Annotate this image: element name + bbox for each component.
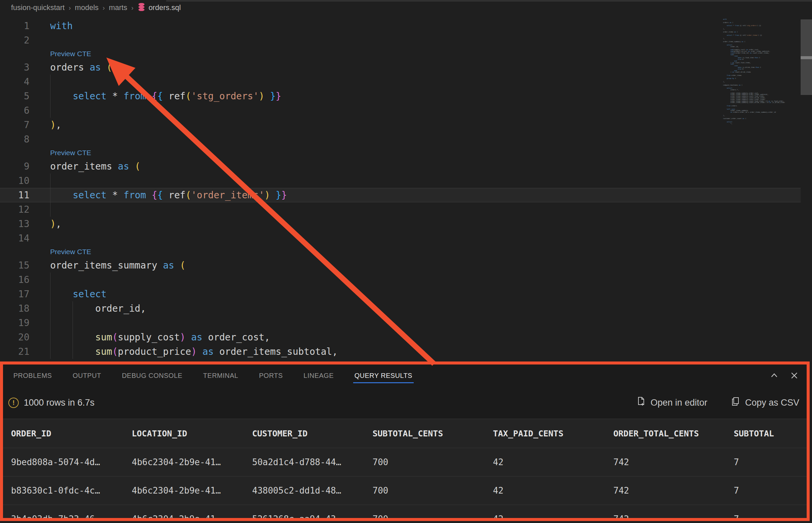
column-header: ORDER_ID bbox=[11, 429, 132, 438]
code-lens-row: Preview CTE bbox=[0, 246, 812, 258]
line-number: 13 bbox=[0, 217, 30, 231]
code-line[interactable]: 6 bbox=[0, 103, 812, 118]
line-number: 7 bbox=[0, 118, 30, 132]
warning-circle-icon: ! bbox=[8, 398, 19, 408]
code-text: order_items as ( bbox=[50, 159, 141, 174]
code-text: orders as ( bbox=[50, 60, 112, 75]
results-table: ORDER_IDLOCATION_IDCUSTOMER_IDSUBTOTAL_C… bbox=[3, 419, 807, 518]
action-label: Copy as CSV bbox=[745, 398, 799, 408]
query-results-panel: PROBLEMSOUTPUTDEBUG CONSOLETERMINALPORTS… bbox=[3, 364, 807, 518]
line-number: 8 bbox=[0, 132, 30, 146]
line-number: 21 bbox=[0, 344, 30, 359]
table-cell: 742 bbox=[613, 486, 734, 495]
column-header: SUBTOTAL bbox=[734, 429, 807, 438]
table-cell: 700 bbox=[373, 486, 493, 495]
indent-guide bbox=[50, 103, 51, 118]
code-line[interactable]: 11 select * from {{ ref('order_items') }… bbox=[0, 188, 801, 202]
tab-ports[interactable]: PORTS bbox=[259, 364, 283, 386]
line-number: 20 bbox=[0, 330, 30, 344]
breadcrumb-segment[interactable]: fusion-quickstart bbox=[11, 3, 65, 12]
code-line[interactable]: 1with bbox=[0, 19, 812, 33]
code-line[interactable]: 14 bbox=[0, 231, 812, 246]
table-cell: 7 bbox=[734, 514, 807, 518]
code-text: select bbox=[50, 287, 107, 301]
code-line[interactable]: 15order_items_summary as ( bbox=[0, 258, 812, 272]
line-number: 12 bbox=[0, 202, 30, 217]
preview-cte-link[interactable]: Preview CTE bbox=[50, 146, 91, 159]
table-cell: 3b4a03db-7b23-46… bbox=[11, 514, 132, 518]
line-number: 9 bbox=[0, 159, 30, 174]
open-in-editor-button[interactable]: Open in editor bbox=[636, 396, 707, 409]
line-number: 4 bbox=[0, 75, 30, 89]
table-cell: 42 bbox=[493, 514, 613, 518]
code-line[interactable]: 5 select * from {{ ref('stg_orders') }} bbox=[0, 89, 812, 103]
table-cell: 50a2d1c4-d788-44… bbox=[252, 457, 373, 467]
code-lens-row: Preview CTE bbox=[0, 146, 812, 159]
code-line[interactable]: 8 bbox=[0, 132, 812, 146]
column-header: CUSTOMER_ID bbox=[252, 429, 373, 438]
table-row[interactable]: 9bed808a-5074-4d…4b6c2304-2b9e-41…50a2d1… bbox=[3, 448, 807, 476]
code-line[interactable]: 2 bbox=[0, 33, 812, 48]
breadcrumb-file[interactable]: orders.sql bbox=[148, 3, 181, 12]
code-line[interactable]: 21 sum(product_price) as order_items_sub… bbox=[0, 344, 812, 359]
tab-debug-console[interactable]: DEBUG CONSOLE bbox=[122, 364, 182, 386]
close-icon[interactable] bbox=[789, 370, 800, 381]
code-text: ), bbox=[50, 217, 61, 231]
tab-query-results[interactable]: QUERY RESULTS bbox=[355, 364, 412, 386]
table-cell: 742 bbox=[613, 514, 734, 518]
code-line[interactable]: 18 order_id, bbox=[0, 301, 812, 316]
editor-tab-strip bbox=[166, 0, 812, 2]
minimap[interactable]: with orders as ( select * from {{ ref('s… bbox=[723, 19, 800, 125]
table-header-row: ORDER_IDLOCATION_IDCUSTOMER_IDSUBTOTAL_C… bbox=[3, 419, 807, 448]
code-line[interactable]: 19 bbox=[0, 316, 812, 330]
code-line[interactable]: 4 bbox=[0, 75, 812, 89]
tab-lineage[interactable]: LINEAGE bbox=[304, 364, 334, 386]
scrollbar[interactable] bbox=[801, 0, 812, 361]
indent-guide bbox=[50, 174, 51, 188]
code-line[interactable]: 17 select bbox=[0, 287, 812, 301]
code-text: ), bbox=[50, 118, 61, 132]
code-line[interactable]: 7), bbox=[0, 118, 812, 132]
breadcrumb-segment[interactable]: marts bbox=[109, 3, 127, 12]
table-cell: 7 bbox=[734, 486, 807, 495]
tab-terminal[interactable]: TERMINAL bbox=[203, 364, 238, 386]
code-text: sum(product_price) as order_items_subtot… bbox=[50, 344, 338, 359]
table-cell: 700 bbox=[373, 457, 493, 467]
column-header: ORDER_TOTAL_CENTS bbox=[613, 429, 734, 438]
line-number: 16 bbox=[0, 272, 30, 287]
breadcrumb: fusion-quickstart›models›marts›orders.sq… bbox=[11, 3, 181, 13]
code-line[interactable]: 16 bbox=[0, 272, 812, 287]
tab-problems[interactable]: PROBLEMS bbox=[13, 364, 52, 386]
line-number: 15 bbox=[0, 258, 30, 272]
code-text: order_id, bbox=[50, 301, 146, 316]
code-area[interactable]: 1with2Preview CTE3orders as (45 select *… bbox=[0, 19, 812, 361]
table-cell: 9bed808a-5074-4d… bbox=[11, 457, 132, 467]
table-row[interactable]: b83630c1-0fdc-4c…4b6c2304-2b9e-41…438005… bbox=[3, 476, 807, 505]
preview-cte-link[interactable]: Preview CTE bbox=[50, 246, 91, 258]
table-cell: 438005c2-dd1d-48… bbox=[252, 486, 373, 495]
indent-guide bbox=[50, 75, 51, 89]
scrollbar-marker bbox=[801, 56, 812, 59]
breadcrumb-segment[interactable]: models bbox=[75, 3, 99, 12]
table-row[interactable]: 3b4a03db-7b23-46…4b6c2304-2b9e-41…526126… bbox=[3, 505, 807, 518]
vscode-window: fusion-quickstart›models›marts›orders.sq… bbox=[0, 0, 812, 523]
preview-cte-link[interactable]: Preview CTE bbox=[50, 48, 91, 60]
line-number: 19 bbox=[0, 316, 30, 330]
code-line[interactable]: 3orders as ( bbox=[0, 60, 812, 75]
code-line[interactable]: 12 bbox=[0, 202, 812, 217]
copy-as-csv-button[interactable]: Copy as CSV bbox=[731, 396, 799, 409]
code-line[interactable]: 9order_items as ( bbox=[0, 159, 812, 174]
line-number: 1 bbox=[0, 19, 30, 33]
line-number: 18 bbox=[0, 301, 30, 316]
tab-output[interactable]: OUTPUT bbox=[73, 364, 101, 386]
code-text: select * from {{ ref('order_items') }} bbox=[50, 188, 287, 202]
code-line[interactable]: 20 sum(supply_cost) as order_cost, bbox=[0, 330, 812, 344]
table-cell: 5261268c-aa94-43… bbox=[252, 514, 373, 518]
chevron-up-icon[interactable] bbox=[769, 370, 780, 381]
table-cell: 42 bbox=[493, 486, 613, 495]
panel-tab-bar: PROBLEMSOUTPUTDEBUG CONSOLETERMINALPORTS… bbox=[3, 364, 807, 386]
table-cell: b83630c1-0fdc-4c… bbox=[11, 486, 132, 495]
table-cell: 42 bbox=[493, 457, 613, 467]
code-line[interactable]: 13), bbox=[0, 217, 812, 231]
code-line[interactable]: 10 bbox=[0, 174, 812, 188]
